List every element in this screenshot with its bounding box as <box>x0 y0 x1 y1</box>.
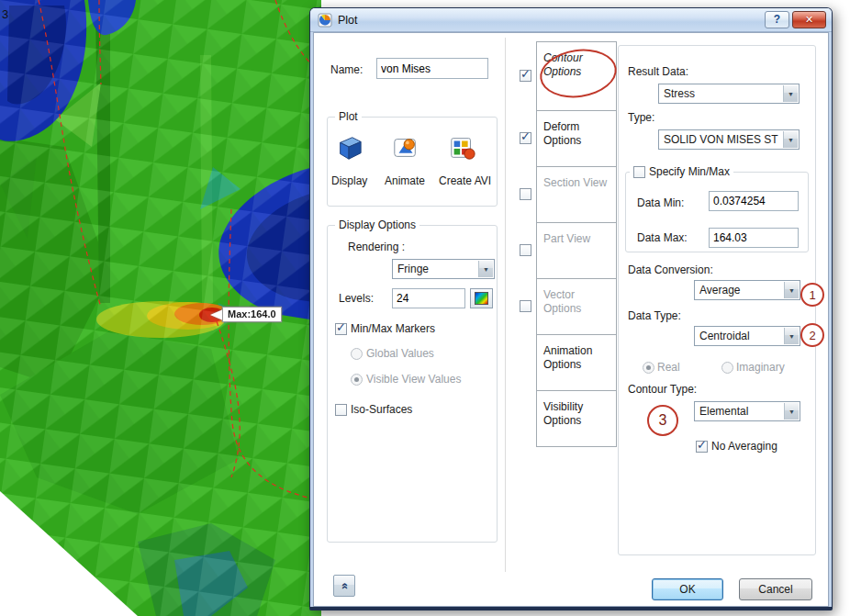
dropdown-arrow-icon[interactable]: ▼ <box>784 282 799 298</box>
column-separator <box>505 38 506 572</box>
data-conversion-label: Data Conversion: <box>628 263 713 276</box>
contour-type-select[interactable]: Elemental ▼ <box>694 401 800 421</box>
real-radio[interactable] <box>643 362 654 374</box>
max-value-text: Max:164.0 <box>222 307 282 322</box>
data-min-input[interactable] <box>709 191 799 211</box>
levels-label: Levels: <box>339 292 374 305</box>
specify-minmax-label: Specify Min/Max <box>649 165 730 178</box>
name-label: Name: <box>330 63 363 76</box>
display-button-label: Display <box>331 174 367 187</box>
tab-part-view[interactable]: Part View <box>536 222 617 279</box>
name-input[interactable] <box>376 58 488 79</box>
iso-surfaces-checkbox[interactable] <box>335 404 347 416</box>
minmax-markers-checkbox[interactable]: ✓ <box>335 323 347 335</box>
visible-view-values-label: Visible View Values <box>366 373 461 386</box>
tab-section-view[interactable]: Section View <box>536 166 617 223</box>
minmax-markers-label: Min/Max Markers <box>351 322 435 335</box>
expand-icon: » <box>337 582 351 588</box>
iso-surfaces-label: Iso-Surfaces <box>351 403 412 416</box>
result-data-select[interactable]: Stress ▼ <box>658 84 800 104</box>
type-select[interactable]: SOLID VON MISES ST ▼ <box>658 129 800 150</box>
tab-vector-options[interactable]: Vector Options <box>536 278 617 335</box>
plot-dialog: Plot ? ✕ Name: Plot <box>309 7 833 610</box>
levels-colorbar-button[interactable] <box>470 288 493 308</box>
imaginary-label: Imaginary <box>736 361 785 374</box>
close-button[interactable]: ✕ <box>792 11 826 28</box>
tab-visibility-options[interactable]: Visibility Options <box>536 390 617 447</box>
dropdown-arrow-icon[interactable]: ▼ <box>478 261 493 277</box>
create-avi-icon[interactable] <box>449 134 476 162</box>
tab-checkbox-deform-options[interactable]: ✓ <box>520 132 531 144</box>
specify-minmax-checkbox[interactable] <box>633 166 645 178</box>
data-max-label: Data Max: <box>637 231 688 244</box>
help-button[interactable]: ? <box>765 11 789 28</box>
plot-app-icon <box>318 13 332 28</box>
dropdown-arrow-icon[interactable]: ▼ <box>783 131 798 148</box>
ok-button[interactable]: OK <box>652 578 723 600</box>
animate-button-label: Animate <box>385 174 425 187</box>
data-type-label: Data Type: <box>628 309 681 322</box>
display-options-group: Display Options Rendering : Fringe ▼ Lev… <box>327 225 498 543</box>
result-data-label: Result Data: <box>628 65 688 78</box>
real-label: Real <box>657 361 680 374</box>
contour-type-label: Contour Type: <box>628 383 697 396</box>
dialog-title: Plot <box>338 14 358 27</box>
data-conversion-select[interactable]: Average ▼ <box>694 280 800 300</box>
data-max-input[interactable] <box>709 228 799 248</box>
check-icon: ✓ <box>520 130 531 142</box>
display-options-title: Display Options <box>335 218 419 231</box>
global-values-label: Global Values <box>366 347 434 360</box>
dropdown-arrow-icon[interactable]: ▼ <box>784 403 799 420</box>
annotation-circle-3: 3 <box>647 405 678 436</box>
screen: 3 Max:164.0 Plot ? ✕ Name: Plot <box>0 0 850 616</box>
check-icon: ✓ <box>520 68 531 80</box>
dropdown-arrow-icon[interactable]: ▼ <box>784 328 799 344</box>
create-avi-button-label: Create AVI <box>439 174 491 187</box>
specify-minmax-group: Specify Min/Max Data Min: Data Max: <box>625 172 809 252</box>
no-averaging-checkbox[interactable]: ✓ <box>696 441 708 453</box>
titlebar[interactable]: Plot ? ✕ <box>310 8 832 32</box>
plot-group: Plot Display Animate Cr <box>327 117 498 207</box>
cancel-button[interactable]: Cancel <box>739 578 812 600</box>
dropdown-arrow-icon[interactable]: ▼ <box>783 85 798 102</box>
tab-checkbox-part-view[interactable] <box>520 244 531 256</box>
tab-deform-options[interactable]: Deform Options <box>536 110 617 167</box>
check-icon: ✓ <box>697 439 707 451</box>
plot-group-title: Plot <box>335 110 362 123</box>
no-averaging-label: No Averaging <box>711 440 777 453</box>
tab-animation-options[interactable]: Animation Options <box>536 334 617 391</box>
type-label: Type: <box>628 111 654 124</box>
annotation-circle-1: 1 <box>800 283 824 307</box>
global-values-radio[interactable] <box>351 348 363 360</box>
rendering-label: Rendering : <box>348 241 405 253</box>
view-number-label: 3 <box>2 7 8 21</box>
check-icon: ✓ <box>336 321 346 333</box>
levels-input[interactable] <box>392 288 465 308</box>
data-min-label: Data Min: <box>637 196 684 209</box>
annotation-circle-2: 2 <box>800 323 824 347</box>
tab-checkbox-contour-options[interactable]: ✓ <box>520 70 531 82</box>
callout-arrow-icon <box>210 309 223 320</box>
tab-checkbox-vector-options[interactable] <box>520 300 531 312</box>
colorbar-icon <box>475 292 488 305</box>
display-plot-icon[interactable] <box>335 134 363 162</box>
imaginary-radio[interactable] <box>721 362 733 374</box>
tab-checkbox-section-view[interactable] <box>520 188 531 200</box>
rendering-select[interactable]: Fringe ▼ <box>392 259 495 279</box>
visible-view-values-radio[interactable] <box>351 374 363 386</box>
data-type-select[interactable]: Centroidal ▼ <box>694 326 800 346</box>
animate-plot-icon[interactable] <box>392 134 419 162</box>
expand-dialog-button[interactable]: » <box>333 575 355 597</box>
